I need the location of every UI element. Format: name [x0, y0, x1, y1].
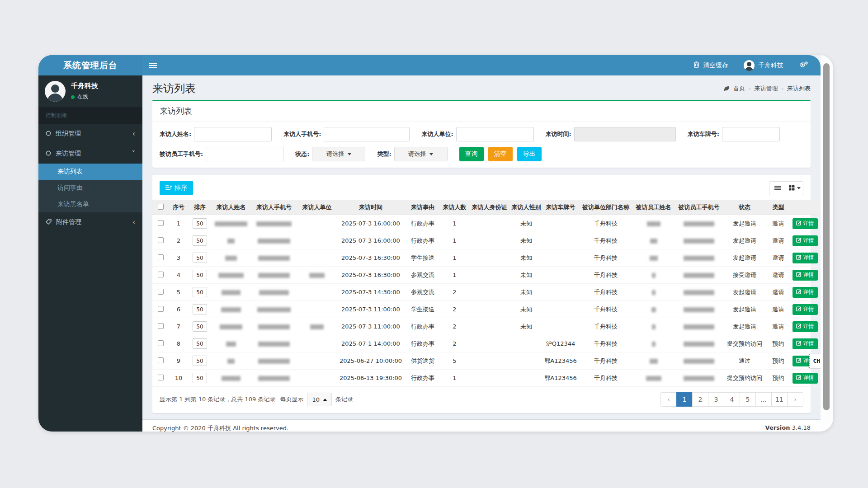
sidebar-user-name: 千舟科技 — [71, 82, 98, 90]
employee-phone-input[interactable] — [206, 147, 283, 161]
scrollbar-thumb[interactable] — [823, 63, 830, 410]
visit-time: 2025-07-3 16:00:00 — [337, 215, 405, 232]
visited-dept: 千舟科技 — [579, 335, 632, 352]
visited-dept: 千舟科技 — [579, 284, 632, 301]
visitor-count: 2 — [441, 301, 468, 318]
visitor-name-redacted — [211, 284, 251, 301]
detail-button[interactable]: 详情 — [793, 253, 818, 263]
sort-order-input[interactable] — [193, 321, 207, 332]
visitor-table: 序号排序来访人姓名来访人手机号来访人单位来访时间来访事由来访人数来访人身份证来访… — [152, 200, 821, 387]
edit-icon — [796, 306, 802, 313]
sort-order-input[interactable] — [193, 304, 207, 314]
settings-button[interactable] — [799, 61, 808, 70]
status-select[interactable]: 请选择 — [312, 147, 365, 161]
detail-button[interactable]: 详情 — [793, 373, 818, 384]
per-page-select[interactable]: 10 — [307, 393, 332, 406]
sort-order-input[interactable] — [193, 373, 207, 383]
clear-button[interactable]: 清空 — [488, 147, 513, 161]
detail-button[interactable]: 详情 — [793, 321, 818, 332]
sidebar-item-2[interactable]: 来访管理˅ — [38, 144, 142, 164]
detail-button[interactable]: 详情 — [793, 338, 818, 349]
sort-order-input[interactable] — [193, 287, 207, 297]
row-checkbox[interactable] — [158, 237, 164, 243]
row-checkbox[interactable] — [158, 306, 164, 312]
page-button-4[interactable]: 4 — [724, 392, 740, 407]
columns-toggle-button[interactable] — [786, 181, 803, 195]
gender: 未知 — [510, 318, 542, 335]
visitor-unit-redacted — [297, 249, 337, 267]
employee-name-redacted — [632, 335, 675, 352]
sort-order-input[interactable] — [193, 253, 207, 263]
sort-order-input[interactable] — [193, 235, 207, 246]
column-header: 类型 — [766, 200, 791, 215]
page-button-5[interactable]: 5 — [740, 392, 756, 407]
page-title: 来访列表 — [152, 81, 196, 96]
breadcrumb-parent[interactable]: 来访管理 — [755, 84, 778, 93]
visitor-count: 2 — [441, 284, 468, 301]
plate-input[interactable] — [722, 127, 780, 141]
sidebar: 千舟科技 在线 控制面板 组织管理‹来访管理˅来访列表访问事由来访黑名单附件管理… — [38, 75, 142, 432]
column-header: 状态 — [723, 200, 766, 215]
column-header: 被访员工手机号 — [675, 200, 723, 215]
breadcrumb-home[interactable]: 首页 — [733, 84, 745, 93]
export-button[interactable]: 导出 — [517, 147, 542, 161]
sort-order-input[interactable] — [193, 356, 207, 366]
breadcrumb: 首页 › 来访管理 › 来访列表 — [724, 84, 811, 93]
scrollbar-track[interactable] — [821, 55, 833, 432]
list-view-button[interactable] — [769, 181, 786, 195]
next-page-button[interactable]: › — [787, 392, 803, 407]
detail-button[interactable]: 详情 — [793, 235, 818, 246]
sort-order-input[interactable] — [193, 270, 207, 280]
visitor-name-input[interactable] — [194, 127, 272, 141]
row-checkbox[interactable] — [158, 254, 164, 260]
edit-icon — [796, 375, 802, 381]
sort-order-input[interactable] — [193, 338, 207, 349]
sort-order-input[interactable] — [193, 218, 207, 229]
prev-page-button[interactable]: ‹ — [660, 392, 677, 407]
employee-name-redacted — [632, 352, 675, 370]
ellipsis-button[interactable]: ... — [755, 392, 772, 407]
page-button-3[interactable]: 3 — [708, 392, 724, 407]
row-checkbox[interactable] — [158, 289, 164, 295]
select-all-checkbox[interactable] — [158, 204, 164, 210]
clear-cache-button[interactable]: 清空缓存 — [693, 61, 728, 70]
row-checkbox[interactable] — [158, 340, 164, 346]
row-checkbox[interactable] — [158, 375, 164, 380]
detail-button[interactable]: 详情 — [793, 287, 818, 298]
page-button-2[interactable]: 2 — [692, 392, 708, 407]
type-select[interactable]: 请选择 — [394, 147, 448, 161]
column-header: 被访员工姓名 — [632, 200, 675, 215]
page-button-1[interactable]: 1 — [676, 392, 693, 407]
sidebar-subitem[interactable]: 来访列表 — [38, 164, 142, 180]
visited-dept: 千舟科技 — [579, 267, 632, 284]
visitor-unit-input[interactable] — [456, 127, 534, 141]
visit-time: 2025-07-3 14:30:00 — [337, 284, 405, 301]
per-page-suffix: 条记录 — [335, 395, 353, 404]
row-checkbox[interactable] — [158, 323, 164, 329]
visitor-phone-redacted — [251, 335, 297, 352]
sidebar-item-1[interactable]: 组织管理‹ — [38, 124, 142, 144]
visitor-name-redacted — [211, 215, 251, 232]
detail-button[interactable]: 详情 — [793, 270, 818, 281]
query-button[interactable]: 查询 — [459, 147, 484, 161]
employee-phone-label: 被访员工手机号: — [160, 150, 203, 158]
row-checkbox[interactable] — [158, 357, 164, 363]
user-menu[interactable]: 千舟科技 — [744, 60, 783, 71]
sidebar-subitem[interactable]: 来访黑名单 — [38, 196, 142, 212]
sort-button[interactable]: 排序 — [160, 181, 193, 195]
sidebar-subitem[interactable]: 访问事由 — [38, 180, 142, 196]
detail-button[interactable]: 详情 — [793, 218, 818, 229]
employee-name-redacted — [632, 284, 675, 301]
detail-button[interactable]: 详情 — [793, 304, 818, 315]
sidebar-toggle-icon[interactable] — [142, 55, 163, 75]
visit-time-input[interactable] — [574, 127, 676, 141]
page-button-11[interactable]: 11 — [771, 392, 788, 407]
row-checkbox[interactable] — [158, 272, 164, 277]
employee-phone-redacted — [675, 318, 723, 335]
trash-icon — [693, 61, 699, 69]
visitor-phone-input[interactable] — [324, 127, 410, 141]
column-header: 来访人身份证 — [468, 200, 510, 215]
brand-logo[interactable]: 系统管理后台 — [38, 55, 142, 75]
row-checkbox[interactable] — [158, 220, 164, 226]
sidebar-item-3[interactable]: 附件管理‹ — [38, 212, 142, 232]
